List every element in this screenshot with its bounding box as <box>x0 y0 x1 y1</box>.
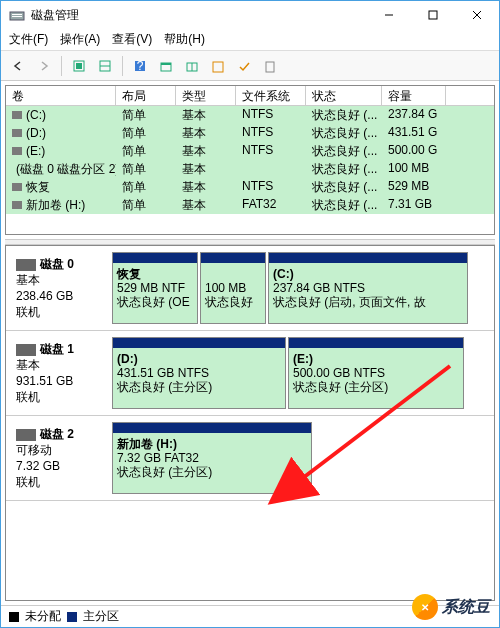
part-status: 状态良好 (启动, 页面文件, 故 <box>273 295 426 309</box>
vol-type: 基本 <box>176 106 236 124</box>
legend-unalloc: 未分配 <box>25 608 61 625</box>
part-status: 状态良好 (主分区) <box>117 380 212 394</box>
table-body: (C:)简单基本NTFS状态良好 (...237.84 G(D:)简单基本NTF… <box>6 106 494 214</box>
vol-layout: 简单 <box>116 124 176 142</box>
svg-rect-1 <box>12 14 22 15</box>
partition-body: 100 MB状态良好 <box>201 263 265 323</box>
part-status: 状态良好 <box>205 295 253 309</box>
disk-icon <box>16 429 36 441</box>
help-icon[interactable]: ? <box>129 55 151 77</box>
minimize-button[interactable] <box>367 1 411 29</box>
col-fs[interactable]: 文件系统 <box>236 86 306 105</box>
back-button[interactable] <box>7 55 29 77</box>
vol-name: (C:) <box>26 108 46 122</box>
part-size: 237.84 GB NTFS <box>273 281 365 295</box>
toolbar-icon-4[interactable] <box>181 55 203 77</box>
window-title: 磁盘管理 <box>31 7 367 24</box>
vol-status: 状态良好 (... <box>306 106 382 124</box>
volume-icon <box>12 111 22 119</box>
col-capacity[interactable]: 容量 <box>382 86 446 105</box>
maximize-button[interactable] <box>411 1 455 29</box>
legend-primary: 主分区 <box>83 608 119 625</box>
col-status[interactable]: 状态 <box>306 86 382 105</box>
vol-type: 基本 <box>176 142 236 160</box>
col-type[interactable]: 类型 <box>176 86 236 105</box>
partition-header <box>113 253 197 263</box>
vol-fs: FAT32 <box>236 196 306 214</box>
svg-rect-4 <box>429 11 437 19</box>
part-size: 7.32 GB FAT32 <box>117 451 199 465</box>
vol-status: 状态良好 (... <box>306 178 382 196</box>
table-row[interactable]: (D:)简单基本NTFS状态良好 (...431.51 G <box>6 124 494 142</box>
menubar: 文件(F) 操作(A) 查看(V) 帮助(H) <box>1 29 499 51</box>
svg-rect-14 <box>161 63 171 65</box>
toolbar-icon-6[interactable] <box>233 55 255 77</box>
window: 磁盘管理 文件(F) 操作(A) 查看(V) 帮助(H) ? 卷 布局 类型 文… <box>0 0 500 628</box>
menu-view[interactable]: 查看(V) <box>112 31 152 48</box>
toolbar-icon-7[interactable] <box>259 55 281 77</box>
menu-help[interactable]: 帮助(H) <box>164 31 205 48</box>
col-volume[interactable]: 卷 <box>6 86 116 105</box>
partition-body: (E:)500.00 GB NTFS状态良好 (主分区) <box>289 348 463 408</box>
table-row[interactable]: 恢复简单基本NTFS状态良好 (...529 MB <box>6 178 494 196</box>
disk-info[interactable]: 磁盘 1基本931.51 GB联机 <box>12 337 112 409</box>
vol-cap: 100 MB <box>382 160 446 178</box>
vol-fs: NTFS <box>236 106 306 124</box>
volume-icon <box>12 129 22 137</box>
toolbar-icon-5[interactable] <box>207 55 229 77</box>
vol-layout: 简单 <box>116 160 176 178</box>
disk-row: 磁盘 0基本238.46 GB联机恢复529 MB NTF状态良好 (OE100… <box>6 246 494 331</box>
watermark-logo-icon: ✕ <box>412 594 438 620</box>
menu-file[interactable]: 文件(F) <box>9 31 48 48</box>
vol-name: (E:) <box>26 144 45 158</box>
partition[interactable]: (C:)237.84 GB NTFS状态良好 (启动, 页面文件, 故 <box>268 252 468 324</box>
toolbar-icon-3[interactable] <box>155 55 177 77</box>
disk-name: 磁盘 2 <box>40 427 74 441</box>
svg-rect-18 <box>266 62 274 72</box>
toolbar: ? <box>1 51 499 81</box>
vol-type: 基本 <box>176 160 236 178</box>
disk-type: 基本 <box>16 357 108 373</box>
partitions: 新加卷 (H:)7.32 GB FAT32状态良好 (主分区) <box>112 422 488 494</box>
titlebar: 磁盘管理 <box>1 1 499 29</box>
disk-row: 磁盘 2可移动7.32 GB联机新加卷 (H:)7.32 GB FAT32状态良… <box>6 416 494 501</box>
vol-cap: 237.84 G <box>382 106 446 124</box>
watermark: ✕ 系统豆 <box>412 594 490 620</box>
partition[interactable]: 100 MB状态良好 <box>200 252 266 324</box>
table-row[interactable]: (磁盘 0 磁盘分区 2)简单基本状态良好 (...100 MB <box>6 160 494 178</box>
toolbar-icon-2[interactable] <box>94 55 116 77</box>
forward-button[interactable] <box>33 55 55 77</box>
window-buttons <box>367 1 499 29</box>
disk-info[interactable]: 磁盘 0基本238.46 GB联机 <box>12 252 112 324</box>
partition[interactable]: (D:)431.51 GB NTFS状态良好 (主分区) <box>112 337 286 409</box>
partitions: (D:)431.51 GB NTFS状态良好 (主分区)(E:)500.00 G… <box>112 337 488 409</box>
part-title: (E:) <box>293 352 313 366</box>
table-row[interactable]: (C:)简单基本NTFS状态良好 (...237.84 G <box>6 106 494 124</box>
volume-table: 卷 布局 类型 文件系统 状态 容量 (C:)简单基本NTFS状态良好 (...… <box>5 85 495 235</box>
partition[interactable]: 恢复529 MB NTF状态良好 (OE <box>112 252 198 324</box>
toolbar-icon-1[interactable] <box>68 55 90 77</box>
table-row[interactable]: (E:)简单基本NTFS状态良好 (...500.00 G <box>6 142 494 160</box>
vol-name: 新加卷 (H:) <box>26 197 85 214</box>
partition-header <box>289 338 463 348</box>
menu-action[interactable]: 操作(A) <box>60 31 100 48</box>
close-button[interactable] <box>455 1 499 29</box>
watermark-text: 系统豆 <box>442 597 490 618</box>
partition-header <box>201 253 265 263</box>
disk-info[interactable]: 磁盘 2可移动7.32 GB联机 <box>12 422 112 494</box>
part-title: 新加卷 (H:) <box>117 437 177 451</box>
table-row[interactable]: 新加卷 (H:)简单基本FAT32状态良好 (...7.31 GB <box>6 196 494 214</box>
volume-icon <box>12 147 22 155</box>
vol-type: 基本 <box>176 178 236 196</box>
separator <box>61 56 62 76</box>
part-size: 529 MB NTF <box>117 281 185 295</box>
vol-cap: 529 MB <box>382 178 446 196</box>
partition[interactable]: 新加卷 (H:)7.32 GB FAT32状态良好 (主分区) <box>112 422 312 494</box>
disk-icon <box>16 344 36 356</box>
partition[interactable]: (E:)500.00 GB NTFS状态良好 (主分区) <box>288 337 464 409</box>
part-size: 100 MB <box>205 281 246 295</box>
legend-swatch-primary <box>67 612 77 622</box>
vol-layout: 简单 <box>116 196 176 214</box>
disk-name: 磁盘 1 <box>40 342 74 356</box>
col-layout[interactable]: 布局 <box>116 86 176 105</box>
